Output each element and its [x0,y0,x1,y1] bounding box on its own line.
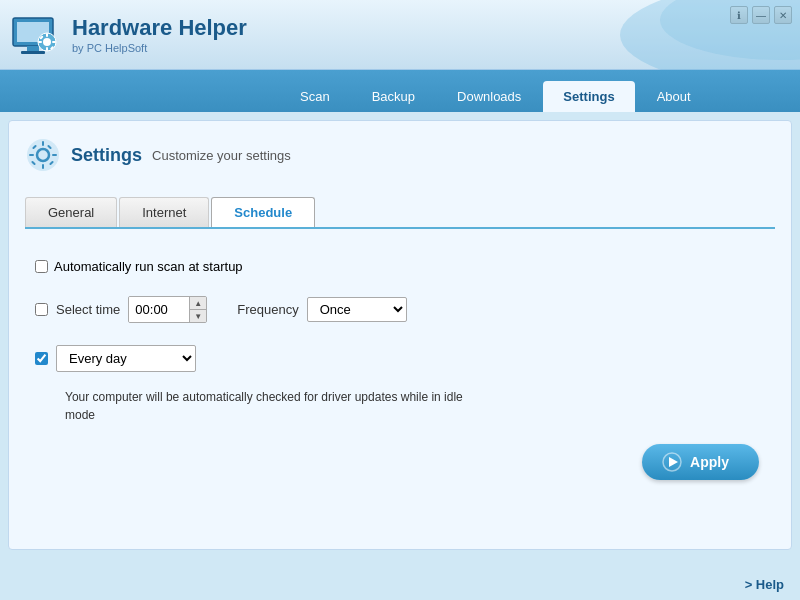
svg-rect-6 [46,33,48,37]
svg-rect-19 [52,154,57,156]
settings-icon [25,137,61,173]
app-logo [10,9,62,61]
svg-rect-16 [42,141,44,146]
svg-rect-17 [42,164,44,169]
apply-icon [662,452,682,472]
select-time-checkbox[interactable] [35,303,48,316]
nav-tab-about[interactable]: About [637,81,711,112]
time-up-button[interactable]: ▲ [190,297,206,309]
app-title: Hardware Helper [72,15,247,41]
header-decoration [520,0,800,70]
time-input[interactable] [129,297,189,322]
time-spinners[interactable]: ▲ ▼ [189,297,206,322]
svg-marker-25 [669,457,678,467]
every-checkbox[interactable] [35,352,48,365]
nav-tab-scan[interactable]: Scan [280,81,350,112]
svg-rect-2 [27,46,39,51]
nav-tab-downloads[interactable]: Downloads [437,81,541,112]
every-select[interactable]: Every day Every week Every month [56,345,196,372]
frequency-label: Frequency [237,302,298,317]
auto-scan-checkbox[interactable] [35,260,48,273]
nav-bar: Scan Backup Downloads Settings About [0,70,800,112]
main-content: Settings Customize your settings General… [8,120,792,550]
sub-tab-schedule[interactable]: Schedule [211,197,315,227]
time-input-wrap[interactable]: ▲ ▼ [128,296,207,323]
svg-rect-7 [46,47,48,51]
nav-tab-settings[interactable]: Settings [543,81,634,112]
select-time-label: Select time [56,302,120,317]
nav-tab-backup[interactable]: Backup [352,81,435,112]
time-down-button[interactable]: ▼ [190,310,206,322]
apply-label: Apply [690,454,729,470]
apply-button[interactable]: Apply [642,444,759,480]
app-title-block: Hardware Helper by PC HelpSoft [72,15,247,53]
page-header: Settings Customize your settings [25,137,775,181]
schedule-settings: Automatically run scan at startup Select… [25,249,775,434]
title-bar: ℹ — ✕ Hardware Helper by PC HelpSoft [0,0,800,70]
page-subtitle: Customize your settings [152,148,291,163]
svg-rect-18 [29,154,34,156]
svg-rect-8 [38,41,42,43]
auto-scan-label: Automatically run scan at startup [54,259,243,274]
time-row: Select time ▲ ▼ Frequency Once Daily Wee… [35,296,765,323]
app-subtitle: by PC HelpSoft [72,42,247,54]
svg-rect-3 [21,51,45,54]
sub-tab-general[interactable]: General [25,197,117,227]
page-title: Settings [71,145,142,166]
bottom-bar: Apply [25,434,775,486]
idle-info-text: Your computer will be automatically chec… [65,388,485,424]
every-day-row: Every day Every week Every month [35,345,765,372]
sub-tab-internet[interactable]: Internet [119,197,209,227]
help-link[interactable]: > Help [745,577,784,592]
svg-point-5 [43,38,51,46]
auto-scan-row: Automatically run scan at startup [35,259,765,274]
svg-rect-9 [52,41,56,43]
frequency-select[interactable]: Once Daily Weekly Monthly [307,297,407,322]
sub-tabs: General Internet Schedule [25,197,775,229]
